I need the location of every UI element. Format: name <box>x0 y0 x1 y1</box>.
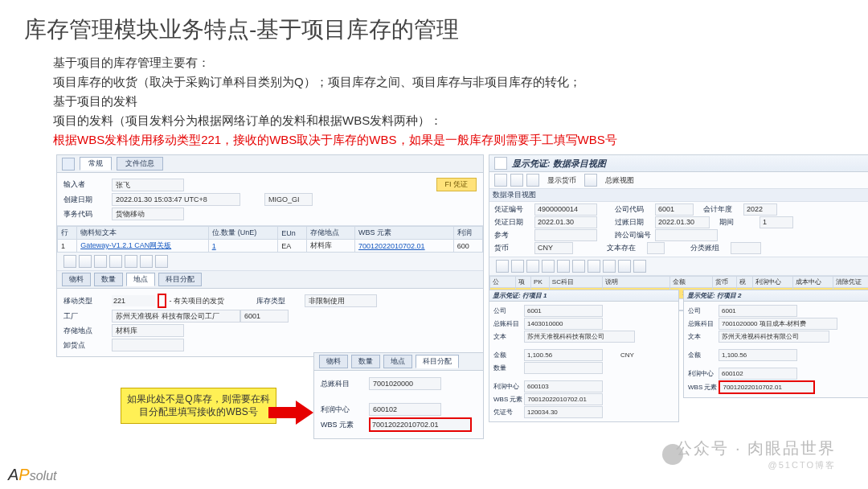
lbl-stocktype: 库存类型 <box>256 296 305 306</box>
val-wbs2[interactable]: 70012022010702.01 <box>369 417 472 432</box>
fi-doc-button[interactable]: FI 凭证 <box>436 178 477 191</box>
wbs-link[interactable]: 7001202201070​2.01 <box>358 242 425 250</box>
val-docno: 4900000014 <box>534 203 597 216</box>
val-stocktype[interactable]: 非限制使用 <box>305 294 377 307</box>
subtab-qty2[interactable]: 数量 <box>351 355 380 368</box>
val-createdate: 2022.01.30 15:03:47 UTC+8 <box>112 193 240 206</box>
menu-icon[interactable] <box>62 158 75 171</box>
lbl-wbs2: WBS 元素 <box>321 420 369 430</box>
tool-icon[interactable] <box>155 255 168 268</box>
tool-icon[interactable] <box>633 260 646 273</box>
qty-link[interactable]: 1 <box>212 242 216 250</box>
arrow-icon <box>268 401 313 425</box>
panel2-title: 显示凭证: 行项目 2 <box>687 292 742 299</box>
material-link[interactable]: Gateway-V1.2.1 CAN网关板 <box>80 241 171 249</box>
lbl-createdate: 创建日期 <box>63 195 112 205</box>
val-sloc[interactable]: 材料库 <box>112 324 184 337</box>
tool-icon[interactable] <box>510 174 523 187</box>
val-movetype[interactable]: 221 <box>112 295 155 306</box>
lbl-unload: 卸货点 <box>63 340 112 351</box>
subtab-material[interactable]: 物料 <box>62 273 91 286</box>
val-plant-code[interactable]: 6001 <box>240 310 289 323</box>
q-indicator-box[interactable] <box>158 294 166 308</box>
lbl-movetype: 移动类型 <box>63 296 112 306</box>
tool-icon[interactable] <box>584 174 597 187</box>
tab-general[interactable]: 常规 <box>80 157 112 171</box>
fi-doc-panel: 显示凭证: 数据录目视图 显示货币 总账视图 数据录目视图 凭证编号490000… <box>489 154 868 311</box>
lbl-curr: 货币 <box>494 243 533 253</box>
tool-icon[interactable] <box>63 255 76 268</box>
col-sloc: 存储地点 <box>306 227 354 240</box>
btn-show-curr[interactable]: 显示货币 <box>542 175 581 186</box>
lbl-gl: 总账科目 <box>321 379 369 389</box>
tool-icon[interactable] <box>511 260 524 273</box>
lbl-pc: 利润中心 <box>321 405 369 415</box>
tab-fileinfo[interactable]: 文件信息 <box>117 157 163 171</box>
tool-icon[interactable] <box>557 260 570 273</box>
tool-icon[interactable] <box>79 255 92 268</box>
lbl-docno: 凭证编号 <box>494 204 533 215</box>
tool-icon[interactable] <box>588 260 600 273</box>
delete-icon[interactable] <box>125 255 137 268</box>
line-item-1-panel: 显示凭证: 行项目 1 公司6001 总账科目1403010000 文本苏州天准… <box>489 290 679 422</box>
val-pdate: 2022.01.30 <box>655 216 710 228</box>
val-pc[interactable]: 600102 <box>369 403 441 416</box>
subtab-material2[interactable]: 物料 <box>319 355 348 368</box>
val-per: 1 <box>760 216 793 228</box>
lbl-per: 期间 <box>719 217 758 228</box>
val-gl[interactable]: 7001020000 <box>369 377 441 390</box>
lbl-event: 事务代码 <box>63 209 112 220</box>
lbl-plant: 工厂 <box>63 311 112 322</box>
intro-l2: 项目库存的收货（取决于采购订单科目类别为Q）；项目库存之间、项目库存与非项目库存… <box>53 72 844 92</box>
col-eun: EUn <box>278 227 307 240</box>
subtab-location[interactable]: 地点 <box>126 273 155 286</box>
section-header: 数据录目视图 <box>489 189 868 202</box>
acct-assign-popout: 物料 数量 地点 科目分配 总账科目7001020000 利润中心600102 … <box>313 352 484 439</box>
col-row: 行 <box>58 227 77 240</box>
watermark: 公众号 · 肉眼品世界@51CTO博客 <box>676 438 836 471</box>
tool-icon[interactable] <box>526 174 539 187</box>
tool-icon[interactable] <box>603 260 616 273</box>
tool-icon[interactable] <box>494 174 507 187</box>
tool-icon[interactable] <box>542 260 555 273</box>
col-wbs: WBS 元素 <box>355 227 454 240</box>
lbl-fy: 会计年度 <box>703 204 742 215</box>
intro-l1: 基于项目的库存管理主要有： <box>53 53 844 72</box>
subtab-acct[interactable]: 科目分配 <box>158 273 202 286</box>
tool-icon[interactable] <box>572 260 585 273</box>
subtab-loc2[interactable]: 地点 <box>383 355 412 368</box>
subtab-acct2[interactable]: 科目分配 <box>416 355 459 368</box>
lbl-cocd: 公司代码 <box>615 204 653 215</box>
fi-doc-title: 显示凭证: 数据录目视图 <box>512 158 606 170</box>
tool-icon[interactable] <box>496 260 509 273</box>
intro-l3: 基于项目的发料 <box>53 92 844 111</box>
lbl-docdt: 凭证日期 <box>494 217 533 228</box>
val-plant[interactable]: 苏州天准视科 科技有限公司工厂 <box>112 310 240 323</box>
item-grid: 行 物料短文本 位.数量 (UnE) EUn 存储地点 WBS 元素 利润 1 … <box>57 226 483 253</box>
val-curr: CNY <box>534 242 573 254</box>
val-unload[interactable] <box>112 339 184 351</box>
lbl-txt: 文本存在 <box>607 243 645 253</box>
lbl-inter: 跨公司编号 <box>615 230 653 240</box>
line-item-2-panel: 显示凭证: 行项目 2 公司6001 总账科目7001020000 项目成本-材… <box>683 290 868 398</box>
lbl-ref: 参考 <box>494 230 533 240</box>
intro-l5: 根据WBS发料使用移动类型221，接收的WBS取决于库存的WBS，如果是一般库存… <box>53 130 844 150</box>
tool-icon[interactable] <box>94 255 107 268</box>
callout-note: 如果此处不是Q库存，则需要在科目分配里填写接收的WBS号 <box>121 388 276 424</box>
lbl-pdate: 过账日期 <box>615 217 653 228</box>
btn-gl-view[interactable]: 总账视图 <box>600 175 639 186</box>
val-fy: 2022 <box>743 203 777 216</box>
subtab-qty[interactable]: 数量 <box>94 273 123 286</box>
tool-icon[interactable] <box>109 255 122 268</box>
tool-icon[interactable] <box>618 260 631 273</box>
sap-left-panel: 常规 文件信息 输入者张飞 FI 凭证 创建日期2022.01.30 15:03… <box>56 154 484 357</box>
col-mattxt: 物料短文本 <box>77 227 209 240</box>
val-cocd: 6001 <box>655 203 694 216</box>
tool-icon[interactable] <box>140 255 153 268</box>
table-row[interactable]: 1 Gateway-V1.2.1 CAN网关板 1 EA 材料库 7001202… <box>58 240 483 253</box>
val-migo: MIGO_GI <box>264 193 313 206</box>
tool-icon[interactable] <box>526 260 539 273</box>
col-qty: 位.数量 (UnE) <box>208 227 277 240</box>
intro-block: 基于项目的库存管理主要有： 项目库存的收货（取决于采购订单科目类别为Q）；项目库… <box>53 53 844 150</box>
panel1-title: 显示凭证: 行项目 1 <box>493 292 547 299</box>
